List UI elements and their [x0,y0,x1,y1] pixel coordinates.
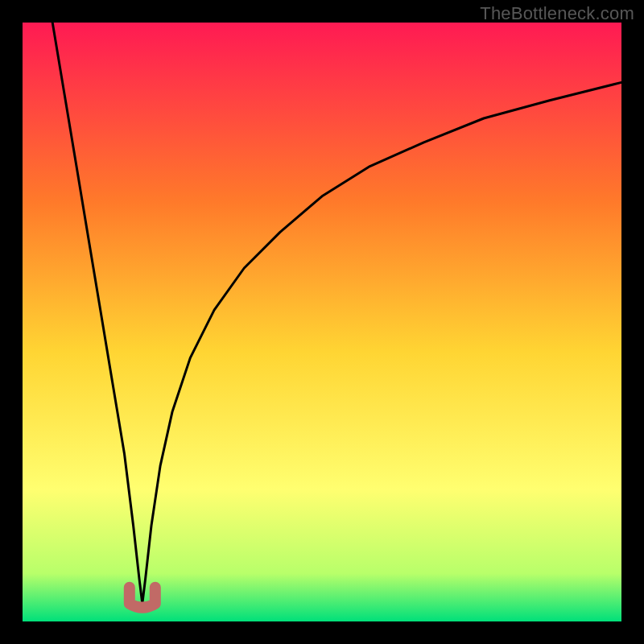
watermark-text: TheBottleneck.com [480,3,634,24]
chart-container: TheBottleneck.com [0,0,644,644]
plot-area [23,23,621,621]
bottleneck-chart [0,0,644,644]
